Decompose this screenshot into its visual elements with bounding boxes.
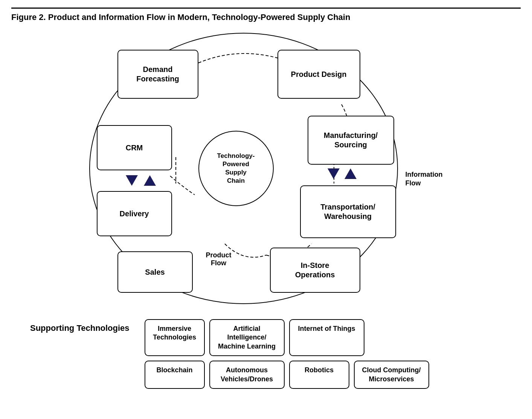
transportation-box: Transportation/ Warehousing [300,185,396,238]
demand-forecasting-box: Demand Forecasting [117,50,198,99]
tech-row-1: Immersive Technologies Artificial Intell… [145,319,429,356]
arrow-up-left [144,175,156,186]
product-design-box: Product Design [277,50,360,99]
tech-grid: Immersive Technologies Artificial Intell… [145,319,429,389]
arrow-down-right [328,168,340,179]
tech-cloud: Cloud Computing/ Microservices [354,361,429,389]
tech-autonomous: Autonomous Vehicles/Drones [209,361,285,389]
in-store-box: In-Store Operations [270,248,360,293]
arrow-down-left [126,175,138,186]
info-flow-label: Information Flow [405,170,443,188]
arrow-up-right [345,168,357,179]
manufacturing-box: Manufacturing/ Sourcing [308,116,394,165]
tech-immersive: Immersive Technologies [145,319,205,356]
tech-ai: Artificial Intelligence/ Machine Learnin… [209,319,285,356]
tech-iot: Internet of Things [289,319,364,356]
tech-blockchain: Blockchain [145,361,205,389]
tech-row-2: Blockchain Autonomous Vehicles/Drones Ro… [145,361,429,389]
delivery-box: Delivery [97,191,172,236]
center-ellipse: Technology- Powered Supply Chain [198,131,274,206]
sales-box: Sales [117,251,193,293]
diagram-area: Technology- Powered Supply Chain Demand … [59,29,473,312]
figure-title: Figure 2. Product and Information Flow i… [11,8,521,22]
supporting-technologies-section: Supporting Technologies Immersive Techno… [11,319,521,389]
product-flow-label: Product Flow [206,251,232,267]
crm-box: CRM [97,125,172,170]
tech-robotics: Robotics [289,361,349,389]
supporting-label: Supporting Technologies [30,319,130,334]
